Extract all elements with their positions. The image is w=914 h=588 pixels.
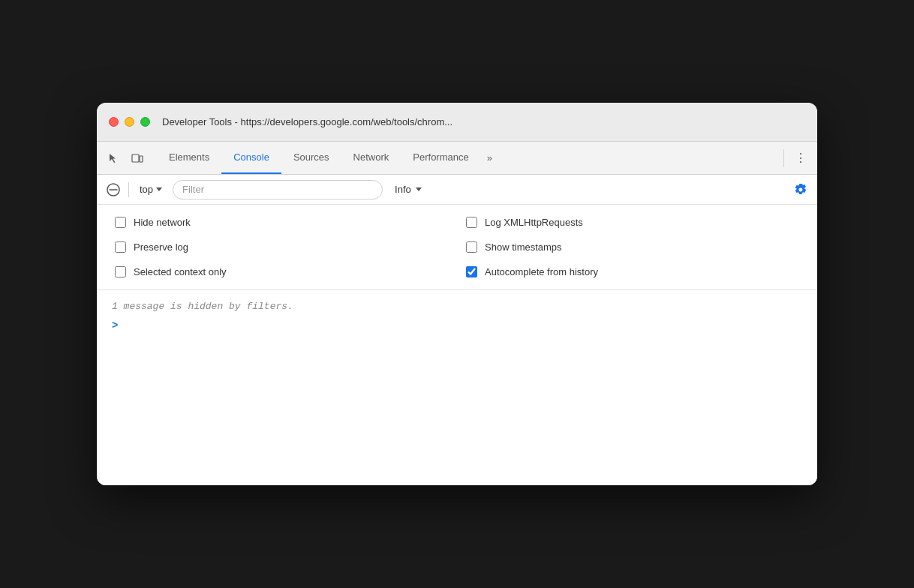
- hide-network-label: Hide network: [134, 217, 191, 228]
- console-prompt[interactable]: >: [97, 316, 817, 334]
- inspect-element-button[interactable]: [103, 148, 124, 169]
- tab-bar: Elements Console Sources Network Perform…: [97, 142, 817, 175]
- console-toolbar: top Info: [97, 175, 817, 205]
- show-timestamps-checkbox[interactable]: [466, 242, 477, 253]
- console-output: 1 message is hidden by filters. >: [97, 290, 817, 485]
- log-xmlhttp-checkbox[interactable]: [466, 217, 477, 228]
- autocomplete-history-label: Autocomplete from history: [485, 266, 598, 278]
- settings-panel: Hide network Preserve log Selected conte…: [97, 205, 817, 290]
- show-timestamps-option[interactable]: Show timestamps: [466, 242, 799, 253]
- tab-network[interactable]: Network: [341, 142, 401, 174]
- tab-elements[interactable]: Elements: [157, 142, 221, 174]
- cursor-icon: [107, 152, 119, 164]
- traffic-lights: [109, 117, 150, 127]
- hidden-message: 1 message is hidden by filters.: [97, 296, 817, 316]
- close-button[interactable]: [109, 117, 119, 127]
- svg-rect-1: [140, 156, 143, 162]
- console-settings-button[interactable]: [790, 179, 811, 200]
- hide-network-checkbox[interactable]: [115, 217, 126, 228]
- filter-input[interactable]: [173, 180, 383, 200]
- clear-console-button[interactable]: [103, 179, 124, 200]
- preserve-log-option[interactable]: Preserve log: [115, 242, 448, 253]
- log-level-selector[interactable]: Info: [387, 182, 429, 196]
- preserve-log-checkbox[interactable]: [115, 242, 126, 253]
- device-toggle-button[interactable]: [127, 148, 148, 169]
- devtools-panel: Elements Console Sources Network Perform…: [97, 142, 817, 485]
- maximize-button[interactable]: [140, 117, 150, 127]
- settings-row: Hide network Preserve log Selected conte…: [115, 217, 799, 278]
- selected-context-checkbox[interactable]: [115, 266, 126, 278]
- context-selector[interactable]: top: [134, 182, 168, 196]
- autocomplete-history-checkbox[interactable]: [466, 266, 477, 278]
- tabs-container: Elements Console Sources Network Perform…: [157, 142, 777, 174]
- prompt-caret: >: [112, 320, 118, 332]
- tab-console[interactable]: Console: [221, 142, 281, 174]
- device-toggle-icon: [131, 152, 143, 164]
- devtools-window: Developer Tools - https://developers.goo…: [97, 103, 817, 485]
- settings-col-right: Log XMLHttpRequests Show timestamps Auto…: [466, 217, 799, 278]
- selected-context-option[interactable]: Selected context only: [115, 266, 448, 278]
- clear-icon: [107, 183, 120, 196]
- autocomplete-history-option[interactable]: Autocomplete from history: [466, 266, 799, 278]
- context-dropdown-arrow: [156, 188, 162, 191]
- level-dropdown-arrow: [416, 188, 422, 191]
- svg-rect-0: [132, 154, 139, 162]
- devtools-toolbar-icons: [103, 148, 148, 169]
- selected-context-label: Selected context only: [134, 266, 227, 278]
- tab-sources[interactable]: Sources: [281, 142, 341, 174]
- show-timestamps-label: Show timestamps: [485, 242, 562, 253]
- log-xmlhttp-option[interactable]: Log XMLHttpRequests: [466, 217, 799, 228]
- settings-col-left: Hide network Preserve log Selected conte…: [115, 217, 448, 278]
- window-title: Developer Tools - https://developers.goo…: [162, 116, 452, 128]
- tab-performance[interactable]: Performance: [401, 142, 480, 174]
- minimize-button[interactable]: [125, 117, 134, 127]
- hide-network-option[interactable]: Hide network: [115, 217, 448, 228]
- tab-separator: [783, 149, 784, 167]
- preserve-log-label: Preserve log: [134, 242, 188, 253]
- gear-icon: [794, 183, 807, 196]
- toolbar-divider-1: [128, 182, 129, 197]
- devtools-menu-button[interactable]: ⋮: [790, 148, 811, 169]
- log-xmlhttp-label: Log XMLHttpRequests: [485, 217, 583, 228]
- tab-more-button[interactable]: »: [481, 142, 498, 174]
- titlebar: Developer Tools - https://developers.goo…: [97, 103, 817, 142]
